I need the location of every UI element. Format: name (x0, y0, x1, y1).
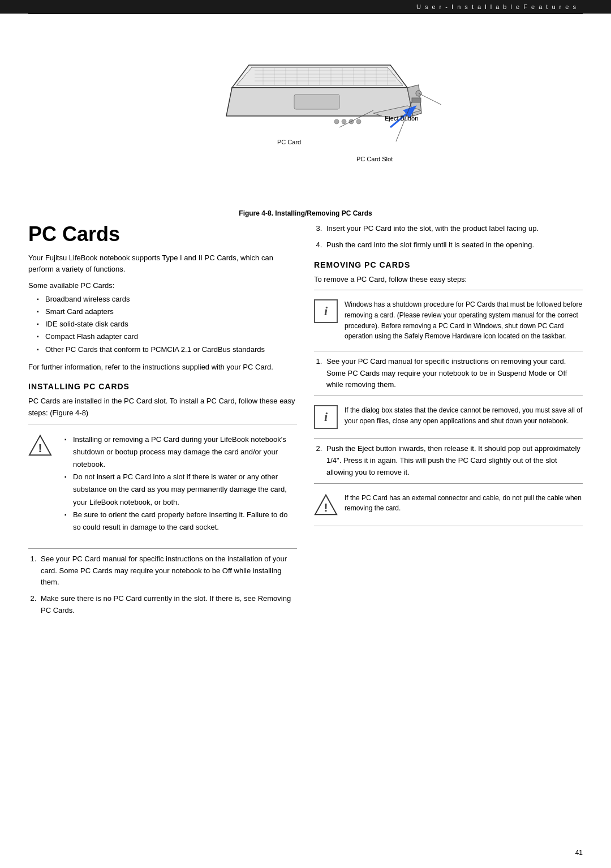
header-text: U s e r - I n s t a l l a b l e F e a t … (416, 3, 577, 10)
warning-icon: ! (28, 433, 52, 457)
list-item: Other PC Cards that conform to PCMCIA 2.… (37, 343, 297, 356)
list-item: Smart Card adapters (37, 306, 297, 318)
step-1: See your PC Card manual for specific ins… (38, 553, 297, 588)
eject-button-label: Eject Button (385, 115, 418, 122)
warning-bullets: Installing or removing a PC Card during … (59, 433, 297, 534)
installing-heading: INSTALLING PC CARDS (28, 382, 297, 391)
info-text-1: Windows has a shutdown procedure for PC … (345, 299, 583, 341)
divider-removing-6 (314, 526, 583, 526)
removing-step-2-list: Push the Eject button inwards, then rele… (314, 443, 583, 478)
installing-intro: PC Cards are installed in the PC Card sl… (28, 396, 297, 419)
removing-step-1: See your PC Card manual for specific ins… (324, 356, 583, 391)
info-icon-2: i (314, 405, 338, 429)
svg-rect-25 (412, 98, 421, 102)
svg-rect-19 (294, 94, 339, 109)
info-icon-1: i (314, 299, 338, 323)
available-text: Some available PC Cards: (28, 281, 297, 290)
figure-image: PC Card Eject Button PC Card Slot (164, 25, 447, 201)
warning-notice-box-2: ! If the PC Card has an external connect… (314, 488, 583, 521)
divider-before-warning (28, 424, 297, 424)
svg-point-21 (342, 119, 346, 124)
warning-item: Be sure to orient the card properly befo… (64, 509, 297, 534)
further-info: For further information, refer to the in… (28, 362, 297, 373)
svg-point-20 (334, 119, 339, 124)
steps-3-4: Insert your PC Card into the slot, with … (314, 223, 583, 251)
main-content: PC Cards Your Fujitsu LifeBook notebook … (0, 223, 611, 621)
warning-notice-box: ! Installing or removing a PC Card durin… (28, 429, 297, 544)
right-column: Insert your PC Card into the slot, with … (314, 223, 583, 621)
pc-card-slot-label: PC Card Slot (356, 156, 393, 162)
step-3: Insert your PC Card into the slot, with … (324, 223, 583, 235)
list-item: Broadband wireless cards (37, 293, 297, 306)
divider-removing-4 (314, 438, 583, 439)
warning-item: Installing or removing a PC Card during … (64, 433, 297, 471)
bullet-list: Broadband wireless cards Smart Card adap… (28, 293, 297, 355)
warning-item: Do not insert a PC Card into a slot if t… (64, 471, 297, 508)
warning-text-block: Installing or removing a PC Card during … (59, 433, 297, 539)
info-notice-box-2: i If the dialog box states that the devi… (314, 401, 583, 433)
removing-intro: To remove a PC Card, follow these easy s… (314, 274, 583, 286)
pc-card-label: PC Card (277, 139, 301, 145)
info-notice-box-1: i Windows has a shutdown procedure for P… (314, 295, 583, 346)
page-number: 41 (575, 849, 583, 857)
divider-after-warning (28, 548, 297, 549)
removing-heading: REMOVING PC CARDS (314, 260, 583, 269)
svg-text:!: ! (324, 501, 328, 514)
warning-text-2: If the PC Card has an external connector… (345, 493, 583, 514)
removing-step-2: Push the Eject button inwards, then rele… (324, 443, 583, 478)
list-item: IDE solid-state disk cards (37, 318, 297, 330)
divider-removing-1 (314, 290, 583, 290)
header-bar: U s e r - I n s t a l l a b l e F e a t … (0, 0, 611, 14)
laptop-illustration: PC Card Eject Button PC Card Slot (164, 25, 447, 201)
svg-point-22 (349, 119, 354, 124)
svg-line-30 (419, 93, 441, 105)
warning-icon-2: ! (314, 493, 338, 517)
divider-removing-5 (314, 483, 583, 484)
divider-removing-2 (314, 351, 583, 351)
step-4: Push the card into the slot firmly until… (324, 239, 583, 251)
figure-area: PC Card Eject Button PC Card Slot Figure… (136, 25, 475, 217)
intro-text-1: Your Fujitsu LifeBook notebook supports … (28, 252, 297, 276)
page-container: U s e r - I n s t a l l a b l e F e a t … (0, 0, 611, 868)
warning-triangle-icon: ! (28, 433, 52, 457)
removing-steps: See your PC Card manual for specific ins… (314, 356, 583, 391)
svg-text:!: ! (38, 441, 42, 454)
installing-steps: See your PC Card manual for specific ins… (28, 553, 297, 617)
step-2: Make sure there is no PC Card currently … (38, 593, 297, 617)
page-heading: PC Cards (28, 223, 297, 246)
top-rule (28, 14, 583, 14)
divider-removing-3 (314, 396, 583, 396)
warning-triangle-icon-2: ! (314, 493, 338, 517)
svg-point-23 (356, 119, 361, 124)
list-item: Compact Flash adapter card (37, 330, 297, 343)
info-text-2: If the dialog box states that the device… (345, 405, 583, 426)
figure-caption: Figure 4-8. Installing/Removing PC Cards (239, 209, 372, 217)
left-column: PC Cards Your Fujitsu LifeBook notebook … (28, 223, 297, 621)
